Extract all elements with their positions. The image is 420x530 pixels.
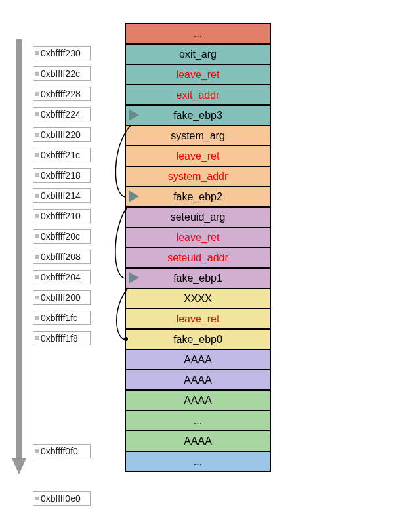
address-label: 0xbffff210 <box>33 209 91 223</box>
address-label: 0xbffff230 <box>33 46 91 60</box>
stack-cell: leave_ret <box>126 227 270 247</box>
address-label: 0xbffff22c <box>33 66 91 81</box>
address-label: 0xbffff218 <box>33 168 91 183</box>
stack-cell: leave_ret <box>126 308 270 328</box>
stack-diagram: ...exit_argleave_retexit_addrfake_ebp3sy… <box>125 23 271 472</box>
pointer-anchor-icon <box>124 337 128 341</box>
stack-cell: seteuid_arg <box>126 206 270 227</box>
pointer-arrowhead-icon <box>129 272 139 284</box>
stack-cell: system_arg <box>126 125 270 145</box>
address-label: 0xbffff220 <box>33 127 91 142</box>
stack-cell: leave_ret <box>126 145 270 166</box>
address-label: 0xbffff21c <box>33 148 91 162</box>
address-label: 0xbffff204 <box>33 270 91 284</box>
stack-cell: fake_ebp3 <box>126 104 270 125</box>
stack-cell: XXXX <box>126 288 270 308</box>
stack-cell: system_addr <box>126 166 270 186</box>
address-label: 0xbffff1fc <box>33 311 91 325</box>
stack-cell: seteuid_addr <box>126 247 270 267</box>
stack-cell: leave_ret <box>126 64 270 84</box>
stack-cell: AAAA <box>126 349 270 369</box>
address-label: 0xbffff208 <box>33 250 91 264</box>
stack-cell: ... <box>126 23 270 43</box>
stack-cell: fake_ebp1 <box>126 267 270 288</box>
pointer-arrowhead-icon <box>129 190 139 202</box>
stack-cell: exit_arg <box>126 43 270 64</box>
pointer-arrowhead-icon <box>129 109 139 121</box>
stack-cell: AAAA <box>126 369 270 389</box>
stack-cell: AAAA <box>126 430 270 451</box>
growth-arrow <box>14 39 24 479</box>
address-label: 0xbffff214 <box>33 188 91 203</box>
stack-cell: fake_ebp2 <box>126 186 270 206</box>
stack-cell: ... <box>126 410 270 430</box>
address-label: 0xbffff20c <box>33 229 91 244</box>
address-label: 0xbffff224 <box>33 107 91 121</box>
address-label: 0xbffff200 <box>33 290 91 305</box>
stack-cell: AAAA <box>126 389 270 410</box>
address-label: 0xbffff228 <box>33 87 91 101</box>
address-label: 0xbffff0e0 <box>33 491 91 506</box>
address-label: 0xbffff1f8 <box>33 331 91 345</box>
stack-cell: fake_ebp0 <box>126 328 270 349</box>
stack-cell: exit_addr <box>126 84 270 104</box>
stack-cell: ... <box>126 451 270 471</box>
address-label: 0xbffff0f0 <box>33 444 91 458</box>
